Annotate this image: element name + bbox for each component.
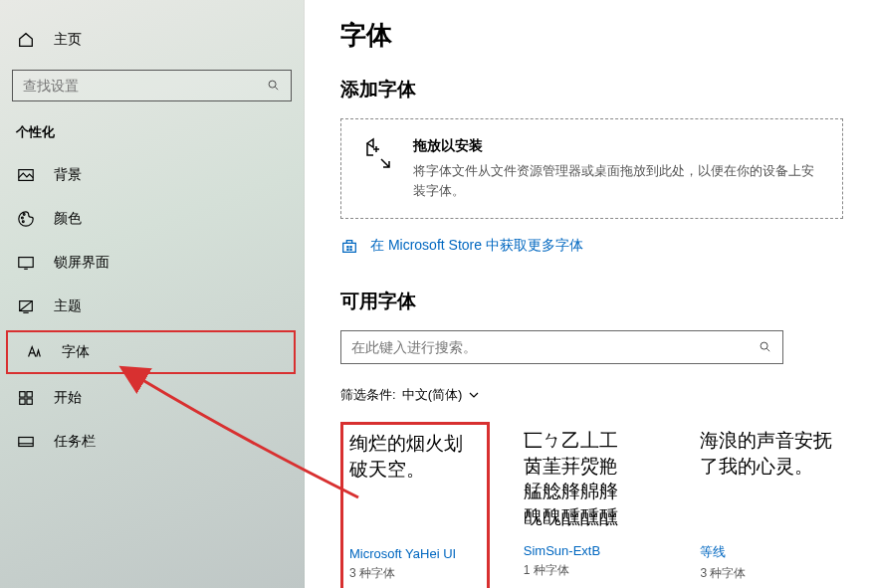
font-grid: 绚烂的烟火划破天空。 Microsoft YaHei UI 3 种字体 匸ㄅ乙丄… xyxy=(340,422,843,588)
sidebar-item-label: 字体 xyxy=(62,343,90,361)
font-card[interactable]: 匸ㄅ乙丄工 茵茥荓焈艵 艋艌艂艊艂 醜醜醺醺醺 SimSun-ExtB 1 种字… xyxy=(518,422,667,588)
chevron-down-icon xyxy=(468,389,480,401)
sidebar-item-label: 开始 xyxy=(54,389,82,407)
font-dropzone[interactable]: 拖放以安装 将字体文件从文件资源管理器或桌面拖放到此处，以便在你的设备上安装字体… xyxy=(340,118,843,219)
home-icon xyxy=(16,30,36,50)
font-search[interactable] xyxy=(340,330,783,364)
filter-value: 中文(简体) xyxy=(402,386,463,404)
font-count: 1 种字体 xyxy=(524,562,661,579)
sidebar-item-lockscreen[interactable]: 锁屏界面 xyxy=(0,241,304,285)
font-count: 3 种字体 xyxy=(700,565,837,582)
taskbar-icon xyxy=(16,432,36,452)
dropzone-subtitle: 将字体文件从文件资源管理器或桌面拖放到此处，以便在你的设备上安装字体。 xyxy=(413,161,824,200)
drop-icon xyxy=(359,137,393,171)
search-icon xyxy=(759,340,772,354)
picture-icon xyxy=(16,165,36,185)
font-preview: 海浪的声音安抚了我的心灵。 xyxy=(700,428,837,535)
svg-rect-14 xyxy=(346,249,348,251)
font-name: Microsoft YaHei UI xyxy=(349,546,481,561)
font-preview: 匸ㄅ乙丄工 茵茥荓焈艵 艋艌艂艊艂 醜醜醺醺醺 xyxy=(524,428,661,535)
main-content: 字体 添加字体 拖放以安装 将字体文件从文件资源管理器或桌面拖放到此处，以便在你… xyxy=(305,0,871,588)
svg-rect-7 xyxy=(20,392,25,397)
search-icon xyxy=(267,79,281,93)
font-card[interactable]: 绚烂的烟火划破天空。 Microsoft YaHei UI 3 种字体 xyxy=(340,422,490,588)
settings-search[interactable] xyxy=(12,70,292,101)
theme-icon xyxy=(16,296,36,316)
sidebar: 主页 个性化 背景 颜色 锁屏界面 xyxy=(0,0,305,588)
sidebar-item-themes[interactable]: 主题 xyxy=(0,285,304,328)
sidebar-item-label: 颜色 xyxy=(54,210,82,228)
sidebar-item-label: 背景 xyxy=(54,166,82,184)
font-name: SimSun-ExtB xyxy=(524,543,661,558)
sidebar-item-label: 主题 xyxy=(54,297,82,315)
font-name: 等线 xyxy=(700,543,837,561)
sidebar-home-label: 主页 xyxy=(54,31,82,49)
sidebar-home[interactable]: 主页 xyxy=(0,18,304,62)
sidebar-section-label: 个性化 xyxy=(0,123,304,141)
store-icon xyxy=(340,237,358,255)
svg-point-2 xyxy=(22,217,24,219)
svg-rect-9 xyxy=(20,399,25,404)
settings-search-input[interactable] xyxy=(23,78,267,94)
font-search-input[interactable] xyxy=(351,339,759,355)
sidebar-item-taskbar[interactable]: 任务栏 xyxy=(0,420,304,464)
svg-point-16 xyxy=(761,342,767,349)
svg-rect-12 xyxy=(346,246,348,248)
font-preview: 绚烂的烟火划破天空。 xyxy=(349,431,481,538)
sidebar-item-label: 任务栏 xyxy=(54,433,96,451)
palette-icon xyxy=(16,209,36,229)
sidebar-item-label: 锁屏界面 xyxy=(54,254,109,272)
svg-rect-13 xyxy=(349,246,351,248)
add-fonts-heading: 添加字体 xyxy=(340,77,843,102)
filter-label: 筛选条件: xyxy=(340,386,396,404)
lockscreen-icon xyxy=(16,253,36,273)
filter-row[interactable]: 筛选条件: 中文(简体) xyxy=(340,386,843,404)
sidebar-item-start[interactable]: 开始 xyxy=(0,376,304,420)
start-icon xyxy=(16,388,36,408)
ms-store-link[interactable]: 在 Microsoft Store 中获取更多字体 xyxy=(340,237,843,255)
svg-point-4 xyxy=(22,221,24,223)
svg-rect-8 xyxy=(27,392,32,397)
svg-point-3 xyxy=(23,214,25,216)
svg-rect-5 xyxy=(19,258,33,268)
sidebar-item-fonts[interactable]: 字体 xyxy=(6,330,296,374)
available-fonts-heading: 可用字体 xyxy=(340,289,843,314)
svg-point-0 xyxy=(269,81,276,88)
sidebar-item-colors[interactable]: 颜色 xyxy=(0,197,304,241)
font-card[interactable]: 海浪的声音安抚了我的心灵。 等线 3 种字体 xyxy=(694,422,843,588)
sidebar-item-background[interactable]: 背景 xyxy=(0,153,304,197)
svg-rect-10 xyxy=(27,399,32,404)
page-title: 字体 xyxy=(340,18,843,53)
font-count: 3 种字体 xyxy=(349,565,481,582)
svg-rect-11 xyxy=(19,438,33,447)
fonts-icon xyxy=(24,342,44,362)
dropzone-title: 拖放以安装 xyxy=(413,137,824,155)
store-link-label: 在 Microsoft Store 中获取更多字体 xyxy=(370,237,583,255)
svg-rect-15 xyxy=(349,249,351,251)
